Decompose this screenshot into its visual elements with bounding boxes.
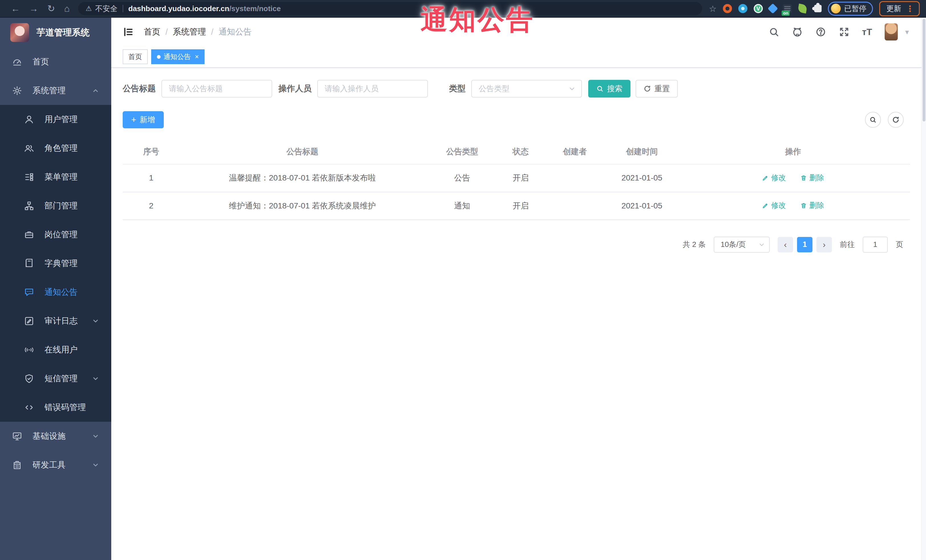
chevron-up-icon [92,87,99,94]
browser-menu-icon[interactable]: ⋮ [906,4,914,14]
edit-link[interactable]: 修改 [762,173,786,183]
browser-home-icon[interactable]: ⌂ [64,3,70,14]
close-icon[interactable]: × [195,53,199,61]
menu-tree-icon [24,172,34,182]
logo-row[interactable]: 芋道管理系统 [0,18,111,47]
navbar-right: тT ▾ [769,23,909,41]
notice-type-select[interactable]: 公告类型 [471,80,582,98]
tag-home[interactable]: 首页 [123,49,148,64]
edit-link-label: 修改 [771,201,786,210]
sidebar-item-menu-management[interactable]: 菜单管理 [0,163,111,191]
chevron-down-icon [92,317,99,325]
refresh-button[interactable] [888,112,904,128]
col-no: 序号 [123,139,180,164]
browser-back-icon[interactable]: ← [11,3,20,14]
sidebar-item-label: 菜单管理 [44,171,77,183]
current-page-button[interactable]: 1 [797,237,813,252]
sidebar-item-dept-management[interactable]: 部门管理 [0,191,111,220]
search-button[interactable]: 搜索 [588,80,631,98]
col-status: 状态 [499,139,542,164]
cell-no: 2 [123,192,180,220]
browser-reload-icon[interactable]: ↻ [47,3,55,14]
breadcrumb-home[interactable]: 首页 [144,26,160,38]
delete-link-label: 删除 [809,201,824,210]
sidebar: 芋道管理系统 首页 系统管理 用户管理 角色管理 菜单管理 [0,18,111,560]
sidebar-item-dict-management[interactable]: 字典管理 [0,249,111,278]
pagination: 共 2 条 10条/页 ‹ 1 › 前往 页 [123,237,910,253]
url-path: /system/notice [229,4,281,13]
app-title: 芋道管理系统 [36,27,89,38]
org-tree-icon [24,201,34,211]
sidebar-item-label: 用户管理 [44,114,77,125]
sidebar-item-sms-management[interactable]: 短信管理 [0,364,111,393]
notice-title-input[interactable] [162,80,272,98]
avatar-caret-icon[interactable]: ▾ [905,28,909,36]
cell-actions: 修改 删除 [676,192,910,220]
sidebar-item-label: 系统管理 [33,85,66,97]
sidebar-item-user-management[interactable]: 用户管理 [0,105,111,134]
font-size-icon[interactable]: тT [862,27,872,37]
scrollbar-thumb[interactable] [923,19,925,121]
extension-orange-icon[interactable] [723,4,732,13]
sidebar-item-error-code[interactable]: 错误码管理 [0,393,111,422]
reset-button[interactable]: 重置 [635,80,678,98]
sidebar-item-home[interactable]: 首页 [0,47,111,76]
extension-dark-icon[interactable]: on [783,4,792,13]
table-row: 2 维护通知：2018-07-01 若依系统凌晨维护 通知 开启 2021-01… [123,192,910,220]
chevron-down-icon [758,241,765,248]
extension-leaf-icon[interactable] [797,4,808,14]
chevron-down-icon [92,375,99,382]
page-size-select[interactable]: 10条/页 [714,237,770,253]
operator-input[interactable] [317,80,428,98]
edit-link[interactable]: 修改 [762,201,786,210]
gear-icon [12,86,22,96]
github-icon[interactable] [792,27,803,37]
user-avatar[interactable] [885,23,898,41]
bookmark-star-icon[interactable]: ☆ [709,4,717,14]
cell-title: 维护通知：2018-07-01 若依系统凌晨维护 [180,192,425,220]
search-icon[interactable] [769,27,779,37]
sidebar-item-online-users[interactable]: 在线用户 [0,335,111,364]
goto-page-input[interactable] [862,237,888,253]
sidebar-item-dev-tools[interactable]: 研发工具 [0,450,111,479]
table-toolbar: + 新增 [123,111,910,128]
sidebar-item-notice[interactable]: 通知公告 [0,278,111,306]
sidebar-item-audit-log[interactable]: 审计日志 [0,306,111,335]
sidebar-item-post-management[interactable]: 岗位管理 [0,220,111,249]
breadcrumb-separator: / [165,27,168,37]
breadcrumb-section[interactable]: 系统管理 [173,26,206,38]
extensions-puzzle-icon[interactable] [814,5,822,12]
browser-update-button[interactable]: 更新 ⋮ [879,1,920,16]
system-management-submenu: 用户管理 角色管理 菜单管理 部门管理 岗位管理 字典管理 [0,105,111,422]
sidebar-item-system-management[interactable]: 系统管理 [0,76,111,105]
goto-label: 前往 [840,240,855,249]
sidebar-item-infrastructure[interactable]: 基础设施 [0,422,111,450]
page-buttons: ‹ 1 › [778,237,832,252]
reset-button-label: 重置 [654,83,670,94]
tag-notice[interactable]: 通知公告 × [151,49,204,64]
toggle-search-button[interactable] [865,112,881,128]
next-page-button[interactable]: › [817,237,832,252]
sidebar-item-label: 在线用户 [44,344,77,356]
operator-label: 操作人员 [278,83,312,94]
help-icon[interactable] [815,27,826,37]
extension-drop-icon[interactable] [738,4,747,13]
online-signal-icon [24,345,34,355]
fullscreen-icon[interactable] [839,27,850,37]
add-button[interactable]: + 新增 [123,111,164,128]
extension-vue-icon[interactable]: V [754,4,763,13]
profile-paused-chip[interactable]: 已暂停 [828,2,873,16]
extension-gem-icon[interactable] [768,3,778,14]
logo-image [10,23,29,42]
sidebar-item-label: 角色管理 [44,143,77,154]
sidebar-toggle-icon[interactable] [123,26,134,38]
prev-page-button[interactable]: ‹ [778,237,793,252]
page-scrollbar[interactable] [921,18,926,560]
sidebar-item-role-management[interactable]: 角色管理 [0,134,111,163]
delete-link[interactable]: 删除 [800,173,824,183]
browser-forward-icon[interactable]: → [29,3,38,14]
address-bar[interactable]: ⚠ 不安全 dashboard.yudao.iocoder.cn/system/… [78,2,702,15]
delete-link[interactable]: 删除 [800,201,824,210]
cell-type: 通知 [425,192,499,220]
toolbar-right [865,112,910,128]
